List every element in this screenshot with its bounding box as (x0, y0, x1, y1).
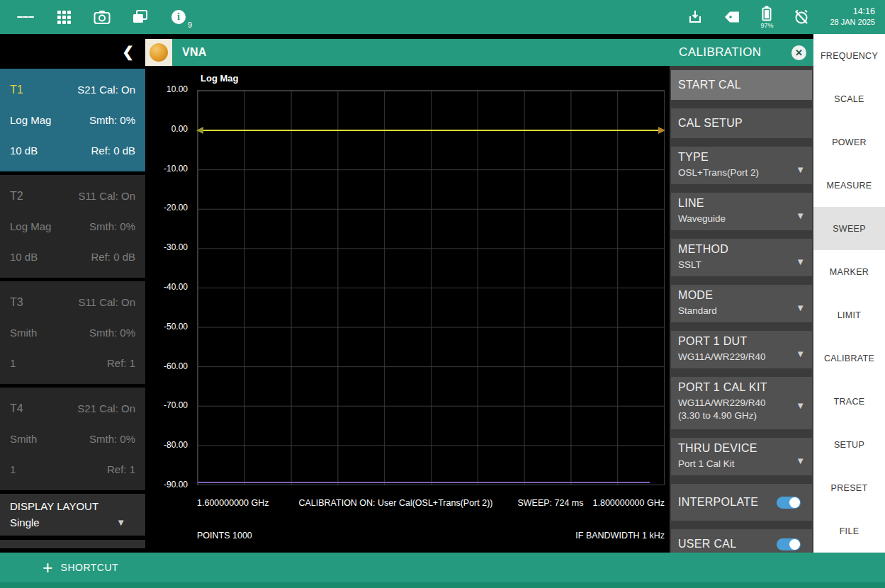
menu-item-preset[interactable]: PRESET (813, 466, 885, 509)
vna-title-bar: VNA (145, 39, 670, 66)
chevron-down-icon: ▼ (796, 164, 805, 175)
points-label: POINTS 1000 (197, 531, 252, 541)
display-layout-dropdown[interactable]: DISPLAY LAYOUT Single ▼ (0, 494, 145, 536)
menu-item-sweep[interactable]: SWEEP (813, 207, 885, 250)
y-tick: 0.00 (145, 124, 188, 134)
mode-dropdown[interactable]: MODE Standard ▼ (671, 285, 812, 322)
y-tick: -90.00 (145, 480, 188, 490)
if-bandwidth-label: IF BANDWIDTH 1 kHz (575, 531, 665, 541)
trace-panel-t2[interactable]: T2S11 Cal: On Log MagSmth: 0% 10 dBRef: … (0, 175, 145, 278)
right-function-menu: FREQUENCY SCALE POWER MEASURE SWEEP MARK… (813, 34, 885, 553)
trace-smoothing: Smth: 0% (89, 220, 135, 232)
chevron-left-icon[interactable]: ❮ (122, 43, 134, 60)
menu-item-frequency[interactable]: FREQUENCY (813, 34, 885, 77)
trace-format: Log Mag (10, 114, 51, 126)
y-tick: -60.00 (145, 361, 188, 371)
chart-annotation-row: 1.600000000 GHz CALIBRATION ON: User Cal… (197, 498, 665, 508)
shortcut-bar: + SHORTCUT (0, 553, 885, 582)
trace-ref: Ref: 1 (107, 357, 135, 369)
trace-id: T2 (10, 190, 23, 203)
calibration-panel-header: CALIBRATION ✕ (670, 39, 813, 66)
menu-item-marker[interactable]: MARKER (813, 250, 885, 293)
menu-item-trace[interactable]: TRACE (813, 380, 885, 423)
y-axis-ticks: 10.00 0.00 -10.00 -20.00 -30.00 -40.00 -… (145, 90, 192, 485)
chevron-down-icon: ▼ (796, 456, 805, 466)
trace-scale: 10 dB (10, 145, 38, 157)
type-dropdown[interactable]: TYPE OSL+Trans(Port 2) ▼ (671, 147, 812, 184)
close-icon[interactable]: ✕ (791, 45, 806, 60)
chart-format-label: Log Mag (201, 73, 238, 84)
trace-cal-status: S21 Cal: On (77, 84, 135, 96)
sweep-time: SWEEP: 724 ms (517, 498, 583, 508)
toggle-on-icon[interactable] (777, 497, 801, 509)
vna-main-area: VNA Log Mag 10.00 0.00 -10.00 -20.00 -30… (145, 34, 670, 553)
trace-panel-t1[interactable]: T1S21 Cal: On Log MagSmth: 0% 10 dBRef: … (0, 69, 145, 171)
trace-cal-status: S11 Cal: On (78, 296, 135, 309)
system-top-bar: i 9 (0, 0, 885, 34)
save-icon[interactable] (687, 6, 704, 28)
info-icon[interactable]: i 9 (170, 6, 187, 28)
trace-line-purple (198, 482, 650, 483)
tag-icon[interactable] (723, 6, 740, 28)
user-cal-toggle-row[interactable]: USER CAL (671, 529, 812, 553)
menu-item-scale[interactable]: SCALE (813, 77, 885, 120)
trace-panel-t4[interactable]: T4S21 Cal: On SmithSmth: 0% 1Ref: 1 (0, 388, 145, 490)
y-tick: -40.00 (145, 282, 188, 292)
trace-scale: 1 (10, 357, 16, 369)
chevron-down-icon: ▼ (116, 517, 125, 528)
trace-cal-status: S11 Cal: On (78, 190, 135, 203)
menu-icon[interactable] (17, 6, 34, 28)
trace-id: T3 (10, 296, 23, 309)
method-dropdown[interactable]: METHOD SSLT ▼ (671, 239, 812, 276)
menu-item-setup[interactable]: SETUP (813, 423, 885, 466)
bottom-strip (0, 582, 885, 588)
y-tick: -50.00 (145, 322, 188, 332)
trace-format: Smith (10, 327, 37, 339)
trace-sidebar: ❮ T1S21 Cal: On Log MagSmth: 0% 10 dBRef… (0, 34, 145, 553)
clock: 14:16 28 JAN 2025 (830, 6, 875, 27)
menu-item-file[interactable]: FILE (813, 509, 885, 553)
menu-item-measure[interactable]: MEASURE (813, 164, 885, 207)
interpolate-toggle-row[interactable]: INTERPOLATE (671, 484, 812, 521)
trace-ref: Ref: 1 (107, 463, 135, 475)
thru-device-dropdown[interactable]: THRU DEVICE Port 1 Cal Kit ▼ (671, 438, 812, 475)
cal-setup-button[interactable]: CAL SETUP (671, 108, 812, 138)
trace-format: Smith (10, 433, 37, 445)
stop-frequency: 1.800000000 GHz (593, 498, 665, 508)
menu-item-power[interactable]: POWER (813, 120, 885, 164)
chevron-down-icon: ▼ (796, 210, 805, 221)
y-tick: -20.00 (145, 203, 188, 213)
battery-icon[interactable]: 97% (760, 6, 773, 29)
toggle-on-icon[interactable] (777, 538, 801, 550)
chevron-down-icon: ▼ (796, 349, 805, 359)
line-dropdown[interactable]: LINE Waveguide ▼ (671, 193, 812, 230)
alarm-off-icon[interactable] (793, 6, 810, 28)
calibration-panel: CALIBRATION ✕ START CAL CAL SETUP TYPE O… (670, 34, 813, 553)
y-tick: -70.00 (145, 400, 188, 410)
calibration-panel-title: CALIBRATION (679, 45, 762, 60)
sidebar-header: ❮ (0, 34, 145, 69)
apps-grid-icon[interactable] (55, 6, 72, 28)
screenshot-icon[interactable] (132, 6, 149, 28)
chart-annotation-row-2: POINTS 1000 IF BANDWIDTH 1 kHz (197, 531, 665, 541)
vna-app-screen: i 9 (0, 0, 885, 588)
plus-icon[interactable]: + (43, 559, 53, 577)
menu-item-limit[interactable]: LIMIT (813, 293, 885, 337)
y-tick: -30.00 (145, 242, 188, 252)
info-badge: 9 (188, 21, 192, 29)
reference-arrow-right-icon (658, 127, 665, 134)
trace-ref: Ref: 0 dB (91, 251, 135, 263)
display-layout-value: Single (10, 516, 40, 528)
port1-cal-kit-dropdown[interactable]: PORT 1 CAL KIT WG11A/WR229/R40 (3.30 to … (671, 377, 812, 429)
start-cal-button[interactable]: START CAL (671, 70, 812, 100)
trace-id: T4 (10, 402, 23, 415)
trace-line-yellow (198, 130, 664, 131)
menu-item-calibrate[interactable]: CALIBRATE (813, 337, 885, 380)
info-glyph: i (171, 10, 186, 24)
trace-ref: Ref: 0 dB (91, 145, 135, 157)
port1-dut-dropdown[interactable]: PORT 1 DUT WG11A/WR229/R40 ▼ (671, 331, 812, 368)
trace-panel-t3[interactable]: T3S11 Cal: On SmithSmth: 0% 1Ref: 1 (0, 281, 145, 384)
shortcut-button[interactable]: SHORTCUT (61, 562, 119, 573)
y-tick: 10.00 (145, 84, 188, 94)
camera-icon[interactable] (94, 6, 111, 28)
